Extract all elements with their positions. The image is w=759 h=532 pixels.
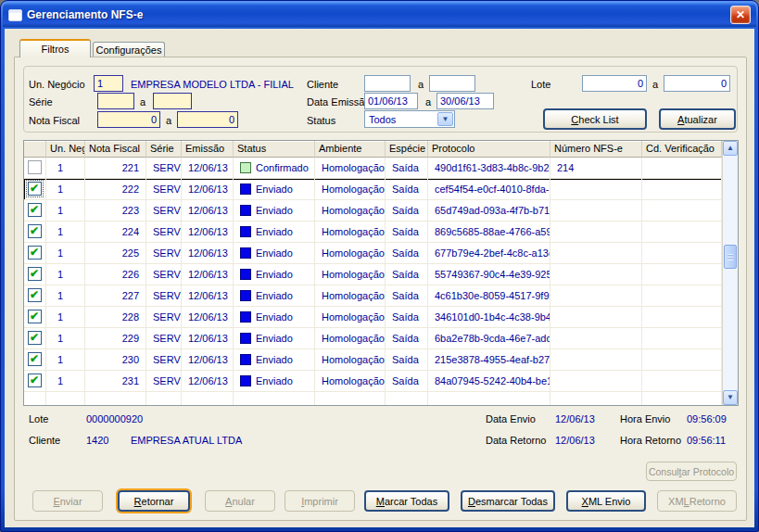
table-row[interactable]: 1 229 SERV 12/06/13 Enviado Homologação … [24,328,722,349]
cell-checkbox [24,200,46,222]
cell-nota-fiscal: 231 [85,371,146,392]
hora-envio-label: Hora Envio [620,413,670,424]
cell-serie: SERV [146,371,182,392]
anular-button[interactable]: Anular [205,490,275,512]
retornar-button[interactable]: Retornar [118,490,190,512]
scroll-up-icon[interactable]: ▲ [723,141,738,156]
nota-fiscal-from-input[interactable] [97,111,160,128]
column-header-cd-verificacao: Cd. Verificação [642,141,722,158]
scrollbar-thumb[interactable] [724,245,737,269]
range-a-label: a [418,79,424,90]
row-checkbox[interactable] [28,160,42,174]
cell-ambiente: Homologação [315,285,386,307]
scroll-down-icon[interactable]: ▼ [723,390,738,405]
cell-numero-nfse [550,200,642,222]
nota-fiscal-to-input[interactable] [177,111,238,128]
cell-ambiente: Homologação [315,222,386,243]
lote-to-input[interactable] [664,75,730,92]
chevron-down-icon[interactable]: ▼ [437,112,453,126]
column-header-ambiente: Ambiente [315,141,386,158]
data-emissao-from-input[interactable] [364,93,418,109]
range-a-label: a [166,115,171,126]
cell-numero-nfse [550,285,642,307]
marcar-todas-button[interactable]: Marcar Todas [364,490,449,512]
status-text: Confirmado [256,162,309,173]
cell-especie: Saída [386,243,428,264]
summary-lote-value: 0000000920 [86,413,143,424]
cell-serie: SERV [146,328,182,349]
row-checkbox[interactable] [28,310,42,323]
status-icon [240,247,251,259]
cell-ambiente: Homologação [315,179,386,200]
row-checkbox[interactable] [28,246,42,260]
cell-checkbox [24,349,46,371]
cell-emissao: 12/06/13 [182,264,234,285]
table-row[interactable]: 1 223 SERV 12/06/13 Enviado Homologação … [24,200,722,222]
table-row[interactable]: 1 221 SERV 12/06/13 Confirmado Homologaç… [24,158,722,179]
cell-status: Enviado [234,243,315,264]
cell-numero-nfse [550,328,642,349]
cell-un-neg: 1 [46,200,85,222]
cell-especie: Saída [386,285,428,307]
cell-serie: SERV [146,285,182,307]
xml-retorno-button[interactable]: XML Retorno [657,490,737,512]
cliente-from-input[interactable] [364,75,411,92]
atualizar-button[interactable]: Atualizar [659,108,736,130]
serie-to-input[interactable] [153,93,192,109]
cell-especie: Saída [386,200,428,222]
row-checkbox[interactable] [28,182,42,196]
cell-serie: SERV [146,349,182,371]
cell-un-neg: 1 [46,243,85,264]
cell-un-neg: 1 [46,285,85,307]
status-icon [240,311,251,323]
serie-from-input[interactable] [97,93,134,109]
lote-label: Lote [531,79,550,90]
vertical-scrollbar[interactable]: ▲ ▼ [722,141,738,405]
enviar-button[interactable]: Enviar [32,490,103,512]
table-row[interactable]: 1 222 SERV 12/06/13 Enviado Homologação … [24,179,722,200]
table-row[interactable]: 1 230 SERV 12/06/13 Enviado Homologação … [24,349,722,371]
row-checkbox[interactable] [28,288,42,302]
cell-especie: Saída [386,349,428,371]
range-a-label: a [652,79,658,90]
imprimir-button[interactable]: Imprimir [285,490,355,512]
table-row[interactable]: 1 224 SERV 12/06/13 Enviado Homologação … [24,222,722,243]
row-checkbox[interactable] [28,203,42,217]
cell-emissao: 12/06/13 [182,307,234,328]
hora-retorno-label: Hora Retorno [620,435,681,446]
row-checkbox[interactable] [28,267,42,281]
cell-un-neg: 1 [46,307,85,328]
cell-status: Enviado [234,371,315,392]
row-checkbox[interactable] [28,224,42,238]
row-checkbox[interactable] [28,352,42,366]
desmarcar-todas-button[interactable]: Desmarcar Todas [461,490,555,512]
consultar-protocolo-button[interactable]: Consultar Protocolo [646,462,737,481]
table-row[interactable]: 1 226 SERV 12/06/13 Enviado Homologação … [24,264,722,285]
status-select[interactable]: Todos ▼ [364,110,455,128]
xml-envio-button[interactable]: XML Envio [566,490,646,512]
cell-un-neg: 1 [46,264,85,285]
table-row[interactable]: 1 231 SERV 12/06/13 Enviado Homologação … [24,371,722,392]
cell-checkbox [24,285,46,307]
un-negocio-input[interactable] [94,75,123,92]
check-list-button[interactable]: Check List [543,108,647,130]
table-row[interactable]: 1 225 SERV 12/06/13 Enviado Homologação … [24,243,722,264]
tab-filtros[interactable]: Filtros [19,39,91,57]
data-emissao-to-input[interactable] [436,93,494,109]
column-header-un-neg: Un. Neg. [46,141,85,158]
row-checkbox[interactable] [28,374,42,387]
lote-from-input[interactable] [582,75,647,92]
row-checkbox[interactable] [28,331,42,345]
cell-nota-fiscal: 229 [85,328,146,349]
cell-un-neg: 1 [46,349,85,371]
cell-un-neg: 1 [46,328,85,349]
table-row[interactable]: 1 227 SERV 12/06/13 Enviado Homologação … [24,285,722,307]
status-icon [240,162,251,173]
table-row[interactable]: 1 228 SERV 12/06/13 Enviado Homologação … [24,307,722,328]
tab-configuracoes[interactable]: Configurações [93,42,165,57]
cell-checkbox [24,222,46,243]
cell-status: Enviado [234,328,315,349]
cliente-to-input[interactable] [429,75,475,92]
cell-numero-nfse [550,264,642,285]
cliente-label: Cliente [307,79,338,90]
